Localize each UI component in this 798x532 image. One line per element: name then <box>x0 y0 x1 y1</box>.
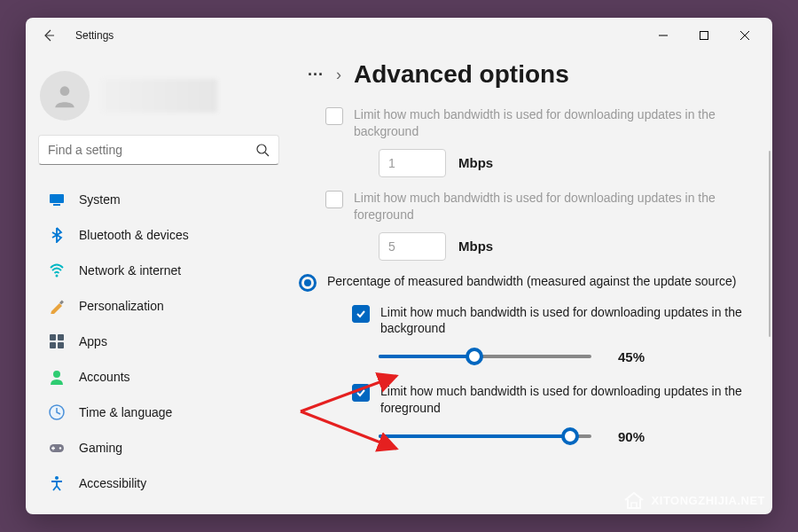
slider-thumb-bg[interactable] <box>466 348 483 365</box>
nav-item-personalization[interactable]: Personalization <box>38 289 279 323</box>
percent-value-foreground: 90% <box>618 429 645 444</box>
search-box[interactable] <box>38 135 279 165</box>
unit-mbps-bg: Mbps <box>458 155 493 170</box>
svg-point-1 <box>60 86 70 96</box>
checkbox-percent-foreground[interactable] <box>352 384 370 402</box>
slider-percent-background[interactable] <box>379 348 591 365</box>
settings-window: Settings Sy <box>26 18 772 514</box>
nav-item-label: Gaming <box>79 441 122 455</box>
gaming-icon <box>49 440 65 456</box>
close-icon <box>740 31 749 40</box>
nav-item-label: Network & internet <box>79 263 181 278</box>
personalization-icon <box>49 298 65 314</box>
title-bar: Settings <box>26 18 772 53</box>
percent-value-background: 45% <box>618 349 645 364</box>
svg-point-5 <box>56 275 59 278</box>
check-icon <box>356 387 366 398</box>
svg-rect-6 <box>59 301 64 305</box>
apps-icon <box>49 333 65 349</box>
sidebar: SystemBluetooth & devicesNetwork & inter… <box>26 53 292 514</box>
nav-item-label: Apps <box>79 334 107 348</box>
breadcrumb: ··· › Advanced options <box>301 60 762 89</box>
accessibility-icon <box>49 475 65 491</box>
settings-body: Limit how much bandwidth is used for dow… <box>301 106 762 445</box>
label-absolute-background: Limit how much bandwidth is used for dow… <box>354 106 762 140</box>
svg-point-11 <box>53 371 60 378</box>
page-title: Advanced options <box>354 60 569 89</box>
search-input[interactable] <box>48 143 255 157</box>
network-icon <box>49 262 65 278</box>
nav-item-label: Accounts <box>79 370 130 384</box>
svg-rect-3 <box>50 194 64 203</box>
svg-rect-4 <box>53 204 60 206</box>
close-button[interactable] <box>724 21 765 50</box>
checkbox-absolute-background[interactable] <box>325 107 343 125</box>
content-area: SystemBluetooth & devicesNetwork & inter… <box>26 53 772 514</box>
slider-row-background: 45% <box>379 348 762 365</box>
option-percentage-radio: Percentage of measured bandwidth (measur… <box>299 273 762 292</box>
slider-percent-foreground[interactable] <box>379 427 591 445</box>
nav-item-label: Personalization <box>79 299 164 313</box>
option-absolute-foreground: Limit how much bandwidth is used for dow… <box>325 190 762 223</box>
nav-item-time[interactable]: Time & language <box>38 395 279 429</box>
back-button[interactable] <box>36 23 61 48</box>
nav-item-label: Bluetooth & devices <box>79 228 189 242</box>
minimize-icon <box>659 31 668 40</box>
main-panel: ··· › Advanced options Limit how much ba… <box>292 53 772 514</box>
svg-rect-8 <box>58 334 64 340</box>
svg-point-14 <box>59 447 61 449</box>
svg-rect-0 <box>700 32 708 40</box>
nav-item-bluetooth[interactable]: Bluetooth & devices <box>38 218 279 252</box>
profile-section[interactable] <box>38 67 279 135</box>
input-row-absolute-background: Mbps <box>379 149 762 177</box>
accounts-icon <box>49 369 65 385</box>
nav-list: SystemBluetooth & devicesNetwork & inter… <box>38 183 279 514</box>
nav-item-label: Time & language <box>79 405 172 419</box>
nav-item-apps[interactable]: Apps <box>38 325 279 358</box>
nav-item-accessibility[interactable]: Accessibility <box>38 466 279 500</box>
person-icon <box>51 82 79 110</box>
label-percentage-radio: Percentage of measured bandwidth (measur… <box>327 273 762 290</box>
svg-rect-10 <box>58 342 64 348</box>
profile-name-blurred <box>102 79 217 113</box>
check-icon <box>356 309 366 319</box>
nav-item-label: Accessibility <box>79 476 146 490</box>
chevron-right-icon: › <box>336 66 341 84</box>
nav-item-gaming[interactable]: Gaming <box>38 431 279 465</box>
nav-item-network[interactable]: Network & internet <box>38 254 279 287</box>
bluetooth-icon <box>49 227 65 243</box>
radio-percentage[interactable] <box>299 274 317 292</box>
svg-rect-7 <box>50 334 56 340</box>
input-absolute-foreground-mbps <box>379 232 446 261</box>
unit-mbps-fg: Mbps <box>458 239 493 254</box>
scrollbar[interactable] <box>769 151 771 337</box>
option-percent-background: Limit how much bandwidth is used for dow… <box>352 304 762 338</box>
window-title: Settings <box>75 29 113 42</box>
svg-point-15 <box>55 476 59 480</box>
maximize-button[interactable] <box>684 21 724 50</box>
minimize-button[interactable] <box>643 21 684 50</box>
arrow-left-icon <box>42 28 56 43</box>
svg-rect-9 <box>50 342 56 348</box>
slider-thumb-fg[interactable] <box>561 427 579 445</box>
breadcrumb-overflow-button[interactable]: ··· <box>308 66 324 84</box>
avatar <box>40 71 90 121</box>
option-absolute-background: Limit how much bandwidth is used for dow… <box>325 106 762 140</box>
nav-item-label: System <box>79 192 121 207</box>
label-percent-background: Limit how much bandwidth is used for dow… <box>380 304 762 338</box>
window-controls <box>643 21 765 50</box>
option-percent-foreground: Limit how much bandwidth is used for dow… <box>352 383 762 417</box>
checkbox-percent-background[interactable] <box>352 305 370 323</box>
maximize-icon <box>700 31 708 40</box>
nav-item-system[interactable]: System <box>38 183 279 216</box>
label-absolute-foreground: Limit how much bandwidth is used for dow… <box>354 190 762 223</box>
input-row-absolute-foreground: Mbps <box>379 232 762 261</box>
search-icon <box>255 143 270 157</box>
time-icon <box>49 404 65 420</box>
slider-row-foreground: 90% <box>379 427 762 445</box>
label-percent-foreground: Limit how much bandwidth is used for dow… <box>380 383 762 417</box>
system-icon <box>49 192 65 207</box>
nav-item-accounts[interactable]: Accounts <box>38 360 279 394</box>
input-absolute-background-mbps <box>379 149 446 177</box>
checkbox-absolute-foreground[interactable] <box>325 191 343 208</box>
